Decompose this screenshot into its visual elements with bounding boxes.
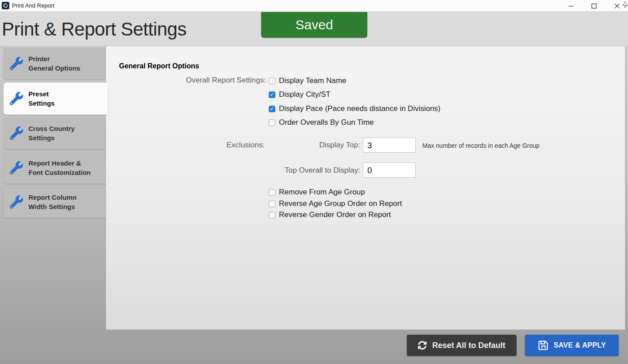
checkbox-label: Display Pace (Pace needs distance in Div…	[279, 104, 441, 113]
tab-label-line2: Settings	[28, 99, 55, 108]
top-overall-label: Top Overall to Display:	[275, 166, 360, 175]
tab-label-line1: Report Column	[28, 193, 76, 202]
settings-panel: General Report Options Overall Report Se…	[106, 46, 625, 330]
checkbox-row-display-pace[interactable]: Display Pace (Pace needs distance in Div…	[269, 104, 441, 113]
checkbox-label: Order Overalls By Gun Time	[279, 118, 374, 127]
page-body: General Report Options Overall Report Se…	[0, 46, 628, 364]
checkbox-label: Remove From Age Group	[279, 188, 365, 197]
save-and-apply-button[interactable]: SAVE & APPLY	[525, 335, 619, 356]
tab-label-line2: Font Customization	[28, 168, 91, 177]
display-top-input[interactable]	[363, 138, 416, 153]
checkbox-row-reverse-age-group[interactable]: Reverse Age Group Order on Report	[269, 199, 402, 208]
display-pace-checkbox[interactable]	[269, 106, 275, 112]
display-city-st-checkbox[interactable]	[269, 91, 275, 98]
wrench-icon	[10, 195, 23, 209]
order-overalls-gun-time-checkbox[interactable]	[269, 119, 275, 126]
top-overall-input[interactable]	[363, 162, 416, 178]
reset-all-to-default-button[interactable]: Reset All to Default	[407, 335, 517, 356]
window-titlebar: Print And Report	[0, 0, 628, 12]
checkbox-row-reverse-gender[interactable]: Reverse Gender Order on Report	[269, 210, 391, 219]
tab-printer-general-options[interactable]: PrinterGeneral Options	[4, 47, 107, 79]
wrench-icon	[10, 161, 23, 174]
page-header: Print & Report Settings Saved	[0, 12, 628, 46]
tab-preset-settings[interactable]: PresetSettings	[4, 83, 108, 115]
save-button-label: SAVE & APPLY	[554, 341, 606, 349]
minimize-button[interactable]	[568, 3, 574, 9]
saved-status-text: Saved	[295, 17, 333, 32]
tab-cross-country-settings[interactable]: Cross CountrySettings	[4, 117, 107, 149]
wrench-icon	[10, 127, 23, 140]
tab-label-line1: Preset	[28, 89, 55, 99]
window-title: Print And Report	[12, 2, 54, 9]
overall-report-settings-label: Overall Report Settings:	[106, 76, 266, 85]
saved-status-banner: Saved	[261, 12, 367, 38]
tab-label-line1: Printer	[28, 54, 80, 63]
display-top-hint: Max number of records in each Age Group	[422, 142, 540, 149]
tab-label-line1: Report Header &	[28, 158, 91, 168]
tab-label-line2: Settings	[28, 133, 75, 142]
tab-report-column-width[interactable]: Report ColumnWidth Settings	[4, 186, 107, 218]
section-title: General Report Options	[119, 62, 199, 70]
refresh-icon	[418, 341, 427, 350]
checkbox-label: Reverse Gender Order on Report	[279, 210, 391, 219]
mouse-cursor-icon	[621, 1, 628, 9]
display-top-label: Display Top:	[275, 141, 360, 150]
tab-report-header-font[interactable]: Report Header &Font Customization	[4, 152, 107, 184]
save-icon	[538, 340, 549, 351]
tab-label-line2: General Options	[28, 63, 80, 73]
reset-button-label: Reset All to Default	[432, 341, 505, 350]
remove-from-age-group-checkbox[interactable]	[269, 189, 275, 196]
checkbox-row-remove-from-age-group[interactable]: Remove From Age Group	[269, 188, 365, 197]
tab-label-line1: Cross Country	[28, 124, 75, 133]
app-icon	[2, 2, 9, 9]
tab-label-line2: Width Settings	[28, 202, 76, 211]
checkbox-row-display-team-name[interactable]: Display Team Name	[269, 76, 346, 85]
checkbox-row-display-city-st[interactable]: Display City/ST	[269, 90, 330, 99]
display-team-name-checkbox[interactable]	[269, 78, 275, 84]
page-title: Print & Report Settings	[2, 19, 187, 40]
maximize-button[interactable]	[591, 3, 597, 9]
reverse-age-group-order-checkbox[interactable]	[269, 201, 275, 207]
checkbox-label: Display Team Name	[279, 76, 346, 85]
checkbox-label: Reverse Age Group Order on Report	[279, 199, 402, 208]
close-button[interactable]	[614, 3, 620, 9]
exclusions-label: Exclusions:	[106, 141, 265, 150]
checkbox-label: Display City/ST	[279, 90, 330, 99]
wrench-icon	[10, 57, 23, 70]
reverse-gender-order-checkbox[interactable]	[269, 212, 275, 218]
wrench-icon	[10, 92, 23, 105]
checkbox-row-order-overalls[interactable]: Order Overalls By Gun Time	[269, 118, 374, 127]
